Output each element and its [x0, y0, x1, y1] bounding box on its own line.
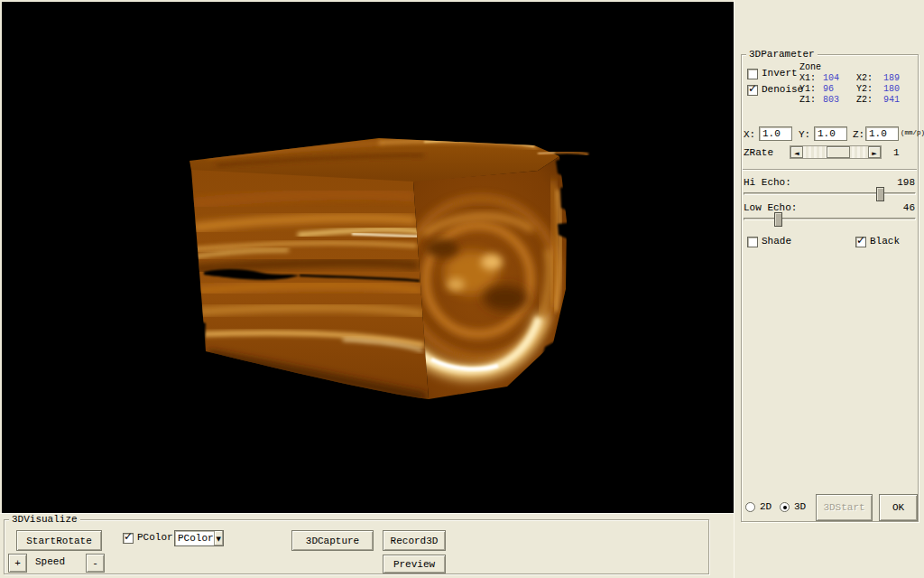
app-window: 3DParameter Invert Denoise Zone X1: 104 … — [0, 0, 924, 578]
y-scale-label: Y: — [799, 129, 810, 141]
zone-z2-value: 941 — [883, 95, 900, 106]
start3d-button[interactable]: 3DStart — [816, 494, 873, 521]
zone-label: Zone — [799, 61, 821, 73]
zone-row-z: Z1: 803 Z2: 941 — [799, 95, 900, 106]
shade-checkbox[interactable] — [747, 237, 758, 247]
zone-y1-label: Y1: — [799, 84, 823, 95]
low-echo-slider[interactable] — [744, 211, 916, 228]
hi-echo-slider[interactable] — [744, 186, 916, 202]
zone-x1-label: X1: — [799, 73, 823, 84]
bottom-panel: 3DVisualize StartRotate PColor PColor + … — [0, 513, 734, 578]
chevron-down-icon — [217, 533, 221, 544]
speed-label: Speed — [35, 556, 65, 568]
hi-echo-thumb[interactable] — [876, 187, 884, 201]
zrate-scroll-left-button[interactable] — [790, 146, 803, 158]
zone-x2-label: X2: — [856, 73, 883, 84]
zone-y2-value: 180 — [883, 84, 900, 95]
low-echo-thumb[interactable] — [774, 212, 782, 227]
zrate-label: ZRate — [744, 147, 773, 159]
black-label: Black — [870, 236, 900, 247]
x-scale-input[interactable] — [759, 126, 792, 141]
zone-z1-value: 803 — [823, 95, 856, 106]
visualize-groupbox: 3DVisualize StartRotate PColor PColor + … — [4, 519, 709, 574]
y-scale-input[interactable] — [814, 126, 847, 141]
hi-echo-track[interactable] — [744, 192, 916, 195]
mode-2d-label: 2D — [760, 501, 772, 513]
z-scale-input[interactable] — [865, 126, 899, 141]
mode-3d-radio[interactable] — [780, 502, 790, 512]
pcolor-dropdown-value: PColor — [175, 533, 214, 544]
zrate-track[interactable] — [803, 146, 868, 158]
denoise-checkbox[interactable] — [747, 85, 758, 96]
zrate-value: 1 — [893, 147, 900, 159]
visualize-group-title: 3DVisualize — [9, 514, 80, 526]
zone-row-x: X1: 104 X2: 189 — [799, 73, 900, 84]
zrate-thumb[interactable] — [827, 146, 850, 158]
zone-x2-value: 189 — [883, 73, 900, 84]
volume-right-face — [404, 156, 567, 399]
arrow-left-icon — [794, 147, 799, 158]
volume-front-face — [191, 170, 429, 399]
check-icon — [856, 234, 865, 247]
x-scale-label: X: — [744, 129, 755, 141]
check-icon — [124, 530, 133, 543]
check-icon — [748, 82, 757, 95]
parameter-groupbox: 3DParameter Invert Denoise Zone X1: 104 … — [741, 54, 919, 522]
speed-plus-button[interactable]: + — [8, 554, 27, 573]
right-panel: 3DParameter Invert Denoise Zone X1: 104 … — [734, 0, 924, 578]
volume-3d-render — [2, 2, 734, 513]
mode-3d-label: 3D — [794, 501, 806, 513]
zone-x1-value: 104 — [823, 73, 856, 84]
capture3d-button[interactable]: 3DCapture — [291, 530, 374, 551]
denoise-label: Denoise — [762, 84, 803, 96]
pcolor-checkbox[interactable] — [123, 533, 134, 544]
preview-button[interactable]: Preview — [383, 555, 446, 573]
zrate-scroll-right-button[interactable] — [868, 146, 881, 158]
pcolor-dropdown-button[interactable] — [214, 531, 223, 545]
parameter-group-title: 3DParameter — [746, 49, 818, 61]
zrate-scrollbar[interactable] — [790, 145, 882, 159]
low-echo-track[interactable] — [744, 218, 916, 220]
zone-z1-label: Z1: — [799, 95, 823, 106]
zone-row-y: Y1: 96 Y2: 180 — [799, 84, 900, 95]
start-rotate-button[interactable]: StartRotate — [16, 530, 102, 551]
zone-z2-label: Z2: — [856, 95, 883, 106]
pcolor-dropdown[interactable]: PColor — [174, 530, 224, 546]
invert-label: Invert — [762, 68, 798, 79]
ok-button[interactable]: OK — [879, 494, 918, 521]
scale-unit-label: (mm/p) — [901, 127, 924, 139]
record3d-button[interactable]: Record3D — [383, 530, 446, 551]
arrow-right-icon — [872, 147, 876, 158]
separator — [743, 169, 917, 171]
shade-label: Shade — [762, 236, 791, 247]
invert-checkbox[interactable] — [747, 69, 758, 79]
speed-minus-button[interactable]: - — [86, 554, 105, 573]
zone-y2-label: Y2: — [856, 84, 883, 95]
zone-y1-value: 96 — [823, 84, 856, 95]
pcolor-label: PColor — [137, 532, 173, 544]
z-scale-label: Z: — [853, 129, 864, 141]
mode-2d-radio[interactable] — [745, 502, 755, 512]
render-viewport[interactable] — [2, 2, 734, 513]
black-checkbox[interactable] — [855, 237, 866, 247]
